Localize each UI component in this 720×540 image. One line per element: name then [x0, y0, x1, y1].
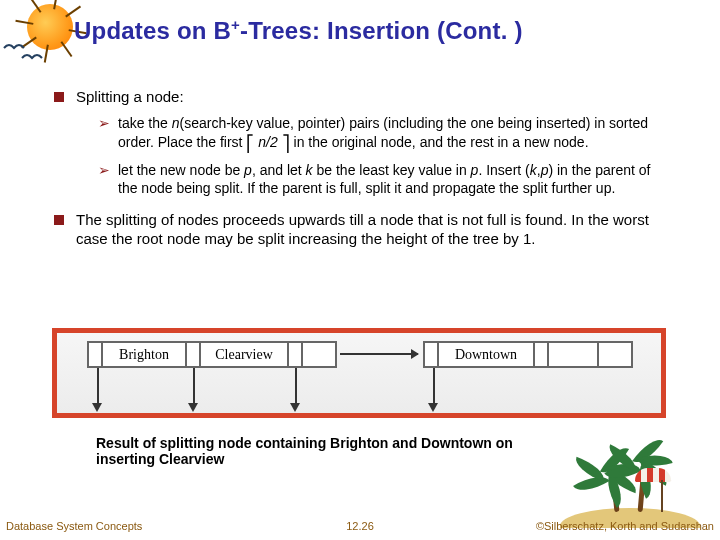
- footer-copyright: ©Silberschatz, Korth and Sudarshan: [536, 520, 714, 532]
- cell-brighton: Brighton: [103, 343, 187, 366]
- node-left: Brighton Clearview: [87, 341, 337, 368]
- subbullet-new-node: let the new node be p, and let k be the …: [76, 162, 670, 197]
- slide-body: Splitting a node: take the n(search-key …: [54, 88, 670, 263]
- node-right: Downtown: [423, 341, 633, 368]
- bullet-splitting: Splitting a node: take the n(search-key …: [54, 88, 670, 197]
- bullet-proceeds-upwards: The splitting of nodes proceeds upwards …: [54, 211, 670, 249]
- bullet-splitting-text: Splitting a node:: [76, 88, 184, 105]
- pointer-arrow-icon: [428, 403, 438, 412]
- pointer-arrow-icon: [92, 403, 102, 412]
- footer-left: Database System Concepts: [6, 520, 142, 532]
- footer-slide-number: 12.26: [346, 520, 374, 532]
- diagram-caption: Result of splitting node containing Brig…: [96, 435, 566, 467]
- birds-icon: [0, 38, 80, 62]
- umbrella-icon: [652, 468, 671, 512]
- slide-title: Updates on B+-Trees: Insertion (Cont. ): [74, 16, 523, 45]
- split-diagram: Brighton Clearview Downtown: [52, 328, 666, 418]
- island-icon: [560, 438, 700, 528]
- pointer-arrow-icon: [290, 403, 300, 412]
- pointer-arrow-icon: [188, 403, 198, 412]
- cell-downtown: Downtown: [439, 343, 535, 366]
- subbullet-take-n: take the n(search-key value, pointer) pa…: [76, 115, 670, 153]
- cell-clearview: Clearview: [201, 343, 289, 366]
- link-arrow-icon: [340, 353, 418, 355]
